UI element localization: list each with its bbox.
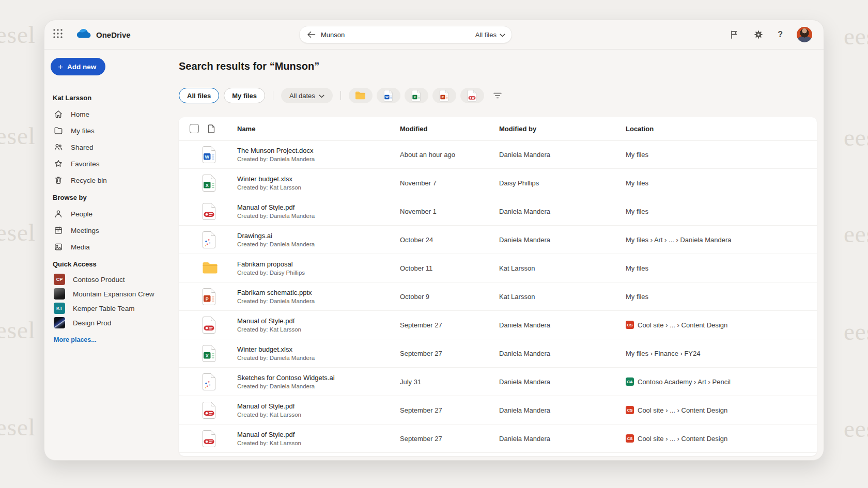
filter-chip-folder[interactable] bbox=[349, 88, 373, 103]
sidebar-item-people[interactable]: People bbox=[51, 206, 178, 222]
filter-pill-all-files[interactable]: All files bbox=[179, 88, 219, 103]
file-location[interactable]: CAContoso Academy › Art › Pencil bbox=[626, 377, 817, 386]
table-header: Name Modified Modified by Location bbox=[179, 117, 817, 140]
file-created-by: Created by: Daniela Mandera bbox=[237, 355, 400, 361]
search-scope-dropdown[interactable]: All files bbox=[475, 31, 505, 39]
file-location[interactable]: CSCool site › ... › Content Design bbox=[626, 434, 817, 443]
watermark-text: eesel bbox=[0, 21, 36, 49]
sidebar-item-my-files[interactable]: My files bbox=[51, 122, 178, 139]
file-modified-by: Daniela Mandera bbox=[499, 350, 626, 357]
page-title: Search results for “Munson” bbox=[179, 60, 817, 72]
onedrive-brand[interactable]: OneDrive bbox=[75, 28, 131, 41]
table-row[interactable]: Manual of Style.pdfCreated by: Daniela M… bbox=[179, 197, 817, 226]
folder-file-icon bbox=[202, 261, 218, 275]
column-header-modified-by[interactable]: Modified by bbox=[499, 125, 626, 133]
search-back-icon[interactable] bbox=[307, 29, 316, 40]
file-name[interactable]: Manual of Style.pdf bbox=[237, 431, 400, 438]
sidebar-item-shared[interactable]: Shared bbox=[51, 139, 178, 155]
file-name[interactable]: Winter budget.xlsx bbox=[237, 175, 400, 183]
file-location[interactable]: CSCool site › ... › Content Design bbox=[626, 321, 817, 329]
file-name[interactable]: Manual of Style.pdf bbox=[237, 317, 400, 325]
watermark-text: eesel bbox=[844, 220, 868, 248]
filter-chip-word[interactable]: W bbox=[377, 88, 400, 103]
sidebar-item-media[interactable]: Media bbox=[51, 239, 178, 255]
file-name[interactable]: Manual of Style.pdf bbox=[237, 402, 400, 410]
filter-chip-excel[interactable]: X bbox=[405, 88, 428, 103]
file-location[interactable]: My files bbox=[626, 179, 817, 187]
file-name[interactable]: Fabrikam schematic.pptx bbox=[237, 289, 400, 296]
column-header-name[interactable]: Name bbox=[237, 125, 400, 133]
top-bar: OneDrive Munson All files ? bbox=[44, 20, 824, 50]
search-query[interactable]: Munson bbox=[321, 31, 470, 39]
gear-icon[interactable] bbox=[753, 29, 764, 40]
table-row[interactable]: Sketches for Contoso Widgets.aiCreated b… bbox=[179, 368, 817, 396]
table-row[interactable]: XWinter budget.xlsxCreated by: Kat Larss… bbox=[179, 169, 817, 197]
filter-chip-powerpoint[interactable]: P bbox=[432, 88, 456, 103]
svg-text:X: X bbox=[206, 353, 209, 358]
file-name[interactable]: Sketches for Contoso Widgets.ai bbox=[237, 374, 400, 382]
filter-chip-pdf[interactable] bbox=[460, 88, 484, 103]
location-path: My files bbox=[626, 151, 648, 159]
table-row[interactable]: Drawings.aiCreated by: Daniela ManderaOc… bbox=[179, 226, 817, 254]
search-box[interactable]: Munson All files bbox=[299, 26, 512, 43]
select-all-checkbox[interactable] bbox=[190, 124, 199, 133]
file-name[interactable]: Winter budget.xlsx bbox=[237, 345, 400, 353]
sidebar-item-label: Contoso Product bbox=[73, 276, 125, 284]
sidebar-item-kemper-table-team[interactable]: KTKemper Table Team bbox=[51, 301, 178, 316]
table-row[interactable]: XWinter budget.xlsxCreated by: Kat Larss… bbox=[179, 453, 817, 456]
filter-pill-all-dates[interactable]: All dates bbox=[281, 88, 333, 103]
calendar-icon bbox=[54, 226, 63, 235]
table-row[interactable]: Manual of Style.pdfCreated by: Kat Larss… bbox=[179, 396, 817, 424]
add-new-button[interactable]: + Add new bbox=[51, 58, 105, 75]
sidebar-item-recycle-bin[interactable]: Recycle bin bbox=[51, 172, 178, 188]
sidebar-item-meetings[interactable]: Meetings bbox=[51, 222, 178, 239]
table-row[interactable]: WThe Munson Project.docxCreated by: Dani… bbox=[179, 140, 817, 169]
brand-name: OneDrive bbox=[96, 30, 131, 39]
table-row[interactable]: Manual of Style.pdfCreated by: Kat Larss… bbox=[179, 311, 817, 339]
sidebar-item-label: Recycle bin bbox=[71, 177, 107, 184]
file-created-by: Created by: Daniela Mandera bbox=[237, 241, 400, 247]
file-location[interactable]: My files bbox=[626, 264, 817, 272]
app-launcher-button[interactable] bbox=[48, 24, 68, 45]
topbar-actions: ? bbox=[729, 27, 824, 42]
table-row[interactable]: PFabrikam schematic.pptxCreated by: Dani… bbox=[179, 282, 817, 311]
file-location[interactable]: My files › Art › ... › Daniela Mandera bbox=[626, 236, 817, 244]
sidebar-item-home[interactable]: Home bbox=[51, 106, 178, 122]
file-modified: November 7 bbox=[400, 179, 499, 187]
file-location[interactable]: My files › Finance › FY24 bbox=[626, 350, 817, 357]
file-location[interactable]: My files bbox=[626, 208, 817, 215]
column-header-modified[interactable]: Modified bbox=[400, 125, 499, 133]
filter-bar: All files My files All dates WXP bbox=[179, 88, 817, 103]
column-header-location[interactable]: Location bbox=[626, 125, 817, 133]
file-location[interactable]: My files bbox=[626, 151, 817, 159]
table-row[interactable]: XWinter budget.xlsxCreated by: Daniela M… bbox=[179, 339, 817, 368]
file-modified-by: Daisy Phillips bbox=[499, 179, 626, 187]
svg-text:W: W bbox=[205, 154, 209, 159]
more-places-link[interactable]: More places... bbox=[54, 336, 178, 343]
file-name[interactable]: Manual of Style.pdf bbox=[237, 203, 400, 211]
file-name[interactable]: Fabrikam proposal bbox=[237, 260, 400, 268]
table-row[interactable]: Manual of Style.pdfCreated by: Kat Larss… bbox=[179, 424, 817, 453]
pdf-file-icon bbox=[202, 317, 216, 334]
flag-icon[interactable] bbox=[729, 29, 739, 40]
sidebar-item-label: Design Prod bbox=[73, 319, 111, 327]
table-row[interactable]: Fabrikam proposalCreated by: Daisy Phill… bbox=[179, 254, 817, 282]
location-path: My files › Art › ... › Daniela Mandera bbox=[626, 236, 731, 244]
home-icon bbox=[54, 109, 63, 119]
location-path: Cool site › ... › Content Design bbox=[638, 406, 727, 414]
user-avatar[interactable] bbox=[797, 27, 812, 42]
sidebar-item-contoso-product[interactable]: CPContoso Product bbox=[51, 272, 178, 287]
sidebar-item-favorites[interactable]: Favorites bbox=[51, 155, 178, 172]
sidebar-item-mountain-expansion-crew[interactable]: Mountain Expansion Crew bbox=[51, 287, 178, 301]
filters-icon[interactable] bbox=[493, 92, 502, 99]
watermark-text: eesel bbox=[0, 316, 36, 344]
file-name[interactable]: The Munson Project.docx bbox=[237, 147, 400, 154]
file-created-by: Created by: Kat Larsson bbox=[237, 412, 400, 418]
filter-pill-my-files[interactable]: My files bbox=[224, 88, 265, 103]
help-button[interactable]: ? bbox=[778, 30, 783, 39]
file-modified-by: Daniela Mandera bbox=[499, 236, 626, 244]
sidebar-item-design-prod[interactable]: Design Prod bbox=[51, 316, 178, 330]
file-name[interactable]: Drawings.ai bbox=[237, 232, 400, 240]
file-location[interactable]: CSCool site › ... › Content Design bbox=[626, 406, 817, 414]
file-location[interactable]: My files bbox=[626, 293, 817, 301]
